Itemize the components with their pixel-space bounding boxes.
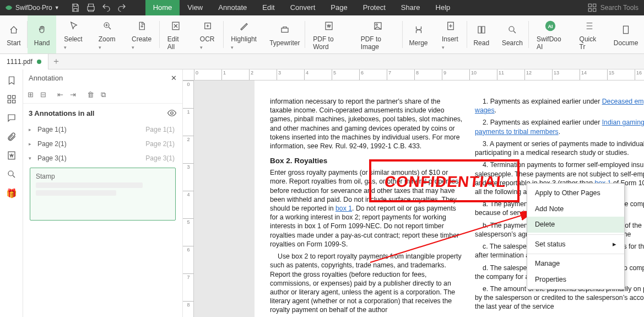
svg-line-23 (370, 213, 530, 262)
gift-icon[interactable]: 🎁 (3, 185, 20, 201)
word-icon[interactable] (3, 148, 20, 163)
search-tools-placeholder: Search Tools (600, 4, 638, 12)
ribbon-swifdoo-ai[interactable]: AISwifDoo AI (529, 15, 572, 53)
svg-rect-19 (12, 100, 15, 103)
ribbon-quick-tr[interactable]: Quick Tr (572, 15, 608, 53)
attachments-icon[interactable] (3, 129, 20, 144)
body-text: information necessary to report the part… (270, 97, 463, 151)
context-menu: Apply to Other PagesAdd NoteDeleteSet st… (527, 183, 625, 289)
ribbon-create[interactable]: Create (124, 15, 160, 53)
thumbnails-icon[interactable] (3, 92, 20, 107)
svg-rect-17 (12, 95, 15, 98)
filter-ann-icon[interactable]: ⧉ (101, 90, 106, 99)
svg-point-10 (376, 24, 377, 25)
svg-rect-15 (624, 26, 629, 34)
stamp-confidential[interactable]: CONFIDENTIAL (383, 172, 507, 192)
menu-page[interactable]: Page (323, 0, 355, 15)
ribbon-merge[interactable]: Merge (403, 15, 434, 53)
app-name: SwifDoo·Pro (15, 4, 52, 12)
expand-icon[interactable]: ⊞ (28, 90, 34, 99)
context-menu-set-status[interactable]: Set status▸ (527, 237, 624, 252)
ribbon-highlight[interactable]: Highlight (224, 15, 264, 53)
stamp-label: Stamp (36, 173, 170, 180)
menu-help[interactable]: Help (428, 0, 458, 15)
svg-text:AI: AI (548, 23, 553, 29)
ribbon-edit-all[interactable]: Edit All (160, 15, 192, 53)
undo-button[interactable] (99, 0, 113, 15)
annotation-page-row[interactable]: Page 1(1)Page 1(1) (23, 122, 182, 137)
menu-annotate[interactable]: Annotate (210, 0, 255, 15)
comments-icon[interactable] (3, 110, 20, 126)
bookmarks-icon[interactable] (3, 73, 20, 88)
menu-view[interactable]: View (180, 0, 210, 15)
body-text: 1. Payments as explained earlier under D… (475, 97, 644, 115)
document-tab[interactable]: 1111.pdf (0, 54, 48, 69)
ribbon-read[interactable]: Read (467, 15, 496, 53)
prev-ann-icon[interactable]: ⇤ (57, 90, 63, 99)
annotation-title: Annotation (29, 74, 63, 82)
stamp-meta-line (36, 190, 116, 196)
svg-rect-7 (282, 28, 288, 33)
next-ann-icon[interactable]: ⇥ (70, 90, 76, 99)
svg-rect-0 (588, 4, 591, 7)
link-box1[interactable]: box 1 (335, 205, 352, 212)
menu-protect[interactable]: Protect (355, 0, 393, 15)
ribbon-zoom[interactable]: Zoom (91, 15, 124, 53)
context-menu-add-note[interactable]: Add Note (527, 201, 624, 217)
ribbon-search[interactable]: Search (496, 15, 529, 53)
ribbon-pdf-to-word[interactable]: PDF to Word (305, 15, 353, 53)
svg-rect-2 (588, 9, 591, 12)
ribbon-typewriter[interactable]: Typewriter (264, 15, 305, 53)
context-menu-delete[interactable]: Delete (527, 217, 624, 233)
svg-rect-1 (593, 4, 596, 7)
delete-ann-icon[interactable]: 🗑 (87, 90, 94, 99)
ribbon-hand[interactable]: Hand (28, 15, 56, 53)
document-tab-name: 1111.pdf (7, 58, 33, 66)
collapse-icon[interactable]: ⊟ (40, 90, 46, 99)
annotation-count: 3 Annotations in all (29, 109, 94, 117)
body-text: 2. Payments as explained earlier under I… (475, 118, 644, 136)
context-menu-apply-to-other-pages[interactable]: Apply to Other Pages (527, 185, 624, 201)
stamp-meta-line (36, 182, 143, 188)
context-menu-manage[interactable]: Manage (527, 256, 624, 272)
menu-edit[interactable]: Edit (255, 0, 282, 15)
ribbon-start[interactable]: Start (0, 15, 28, 53)
annotation-page-row[interactable]: Page 3(1)Page 3(1) (23, 151, 182, 165)
unsaved-indicator (37, 60, 41, 64)
close-panel-button[interactable]: ✕ (171, 74, 177, 82)
ruler-horizontal: 012345678910111213141516 (183, 69, 644, 80)
print-button[interactable] (84, 0, 98, 15)
ribbon-ocr[interactable]: OCR (192, 15, 224, 53)
body-text: 3. A payment or series of payments made … (475, 139, 644, 157)
svg-rect-18 (8, 100, 10, 103)
menu-home[interactable]: Home (145, 0, 180, 15)
svg-point-21 (8, 171, 13, 176)
ribbon-docume[interactable]: Docume (608, 15, 644, 53)
menu-convert[interactable]: Convert (283, 0, 323, 15)
search-panel-icon[interactable] (3, 166, 20, 182)
svg-rect-16 (8, 95, 10, 98)
visibility-icon[interactable] (167, 108, 177, 118)
callout-arrow (365, 207, 541, 268)
page-content: information necessary to report the part… (255, 80, 644, 317)
add-tab-button[interactable]: ＋ (48, 54, 64, 69)
ruler-vertical: 0123456789 (183, 80, 194, 317)
menu-share[interactable]: Share (393, 0, 428, 15)
ribbon-pdf-to-image[interactable]: PDF to Image (353, 15, 403, 53)
stamp-annotation-card[interactable]: Stamp (30, 168, 176, 221)
app-logo: SwifDoo·Pro ▼ (0, 3, 64, 12)
redo-button[interactable] (115, 0, 129, 15)
svg-rect-8 (326, 22, 332, 30)
svg-rect-3 (593, 9, 596, 12)
context-menu-properties[interactable]: Properties (527, 272, 624, 288)
ribbon-select[interactable]: Select (56, 15, 91, 53)
save-button[interactable] (68, 0, 83, 15)
svg-rect-20 (8, 152, 15, 159)
ribbon-insert[interactable]: Insert (434, 15, 467, 53)
search-tools[interactable]: Search Tools (582, 3, 644, 13)
annotation-page-row[interactable]: Page 2(1)Page 2(1) (23, 137, 182, 151)
page-background (194, 80, 255, 317)
svg-point-12 (509, 26, 514, 31)
svg-point-22 (171, 112, 174, 115)
